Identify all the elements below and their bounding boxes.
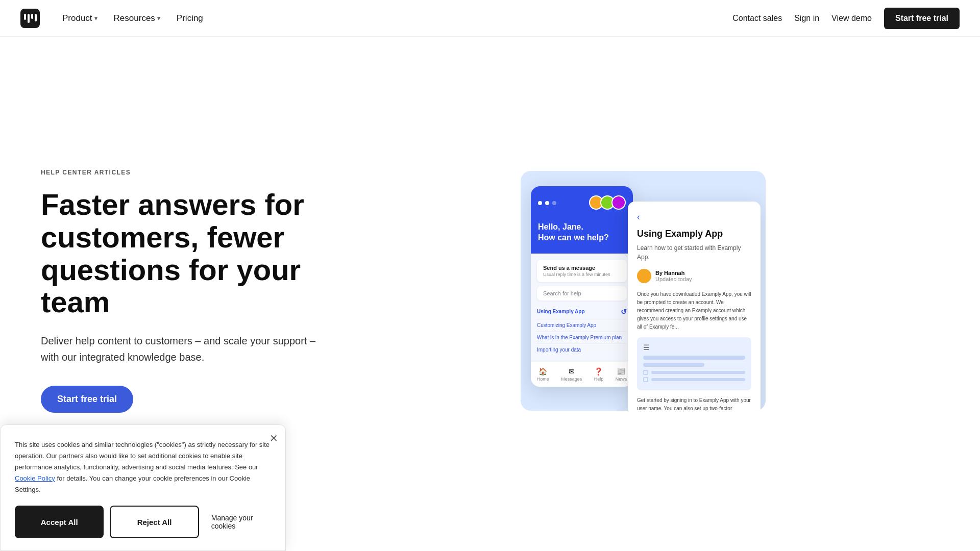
- phone-dot-active2: [545, 201, 549, 205]
- mini-checkbox-2: [643, 377, 648, 382]
- article-body-1: Once you have downloaded Examply App, yo…: [637, 290, 751, 331]
- author-info: By Hannah Updated today: [655, 270, 692, 282]
- phone-body: Send us a message Usual reply time is a …: [531, 254, 633, 362]
- nav-link-pricing[interactable]: Pricing: [170, 9, 209, 28]
- hero-illustration: Hello, Jane.How can we help? Send us a m…: [521, 171, 766, 411]
- phone-header: Hello, Jane.How can we help?: [531, 186, 633, 254]
- hero-title: Faster answers for customers, fewer ques…: [41, 188, 327, 318]
- hero-subtitle: Deliver help content to customers – and …: [41, 333, 327, 365]
- phone-dot-inactive: [552, 201, 556, 205]
- logo-bar-1: [24, 14, 26, 20]
- phone-nav-messages[interactable]: ✉ Messages: [561, 367, 582, 382]
- phone-nav-messages-label: Messages: [561, 377, 582, 382]
- mini-check-row-2: [643, 377, 745, 382]
- article-author: By Hannah Updated today: [637, 269, 751, 283]
- phone-nav-help[interactable]: ❓ Help: [594, 367, 604, 382]
- cookie-policy-link[interactable]: Cookie Policy: [15, 474, 55, 482]
- phone-nav-home-label: Home: [537, 377, 549, 382]
- logo-bar-4: [35, 14, 37, 21]
- cookie-buttons: Accept All Reject All Manage your cookie…: [15, 506, 271, 538]
- phone-msg-sub: Usual reply time is a few minutes: [543, 272, 621, 277]
- view-demo-link[interactable]: View demo: [831, 14, 872, 23]
- phone-avatars: [592, 195, 626, 210]
- phone-search-box[interactable]: Search for help: [537, 286, 627, 300]
- chevron-down-icon: ▾: [157, 15, 160, 22]
- phone-list-item-3[interactable]: What is in the Examply Premium plan: [537, 332, 627, 344]
- home-icon: 🏠: [538, 367, 547, 375]
- cookie-text: This site uses cookies and similar techn…: [15, 439, 271, 495]
- reject-all-button[interactable]: Reject All: [110, 506, 199, 538]
- phone-card: Hello, Jane.How can we help? Send us a m…: [531, 186, 633, 387]
- phone-msg-title: Send us a message: [543, 265, 621, 271]
- mini-screenshot: ☰: [637, 337, 751, 390]
- phone-nav-help-label: Help: [594, 377, 604, 382]
- hero-left: HELP CENTER ARTICLES Faster answers for …: [41, 169, 327, 413]
- logo: [20, 9, 40, 28]
- phone-greeting: Hello, Jane.How can we help?: [538, 222, 626, 243]
- nav-left: Product ▾ Resources ▾ Pricing: [20, 9, 209, 28]
- logo-icon: [20, 9, 40, 28]
- nav-links: Product ▾ Resources ▾ Pricing: [56, 9, 209, 28]
- manage-cookies-button[interactable]: Manage your cookies: [205, 506, 271, 538]
- author-avatar: [637, 269, 651, 283]
- back-button[interactable]: ‹: [637, 212, 751, 222]
- sign-in-link[interactable]: Sign in: [794, 14, 819, 23]
- phone-nav: 🏠 Home ✉ Messages ❓ Help 📰 News: [531, 362, 633, 387]
- phone-dots: [538, 201, 556, 205]
- article-subtitle: Learn how to get started with Examply Ap…: [637, 243, 751, 262]
- news-icon: 📰: [617, 367, 625, 375]
- article-card: ‹ Using Examply App Learn how to get sta…: [628, 202, 761, 411]
- mini-check-line-2: [651, 378, 745, 381]
- help-icon: ❓: [594, 367, 603, 375]
- start-free-trial-hero-button[interactable]: Start free trial: [41, 386, 133, 413]
- contact-sales-link[interactable]: Contact sales: [732, 14, 782, 23]
- avatar-3: [611, 195, 626, 210]
- mini-line-1: [643, 356, 745, 360]
- cursor-icon: ↺: [621, 308, 627, 316]
- phone-nav-news-label: News: [616, 377, 627, 382]
- start-free-trial-nav-button[interactable]: Start free trial: [884, 8, 960, 29]
- cookie-close-button[interactable]: ✕: [270, 432, 278, 444]
- nav-right: Contact sales Sign in View demo Start fr…: [732, 8, 960, 29]
- author-name: By Hannah: [655, 270, 692, 276]
- article-title: Using Examply App: [637, 229, 751, 239]
- logo-bars: [24, 14, 37, 23]
- nav-link-product[interactable]: Product ▾: [56, 9, 104, 28]
- navbar: Product ▾ Resources ▾ Pricing Contact sa…: [0, 0, 980, 37]
- messages-icon: ✉: [569, 367, 575, 375]
- mini-check-line-1: [651, 371, 745, 374]
- mini-check-row-1: [643, 370, 745, 375]
- cookie-banner: ✕ This site uses cookies and similar tec…: [0, 424, 286, 551]
- author-updated: Updated today: [655, 276, 692, 282]
- phone-list-item-2[interactable]: Customizing Examply App: [537, 319, 627, 332]
- phone-list-item-1[interactable]: Using Examply App ↺: [537, 305, 627, 319]
- hero-right: Hello, Jane.How can we help? Send us a m…: [347, 171, 939, 411]
- accept-all-button[interactable]: Accept All: [15, 506, 104, 538]
- phone-message-box: Send us a message Usual reply time is a …: [537, 260, 627, 282]
- phone-dot-active: [538, 201, 542, 205]
- article-body-2: Get started by signing in to Examply App…: [637, 396, 751, 411]
- chevron-down-icon: ▾: [94, 15, 97, 22]
- logo-bar-3: [31, 14, 33, 19]
- nav-link-resources[interactable]: Resources ▾: [108, 9, 166, 28]
- phone-nav-home[interactable]: 🏠 Home: [537, 367, 549, 382]
- mini-line-2: [643, 363, 704, 367]
- phone-list-item-4[interactable]: Importing your data: [537, 344, 627, 356]
- phone-nav-news[interactable]: 📰 News: [616, 367, 627, 382]
- mini-menu-icon: ☰: [643, 343, 745, 352]
- hero-eyebrow: HELP CENTER ARTICLES: [41, 169, 327, 176]
- mini-checkbox-1: [643, 370, 648, 375]
- logo-bar-2: [28, 14, 30, 23]
